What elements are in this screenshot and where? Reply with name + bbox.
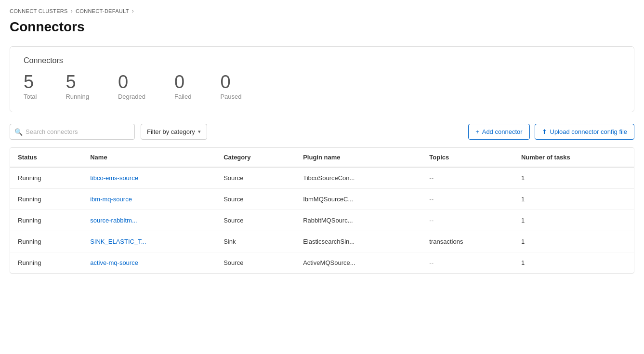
cell-plugin-0: TibcoSourceCon... — [295, 167, 421, 189]
connectors-table: Status Name Category Plugin name Topics … — [10, 148, 634, 273]
connector-link-3[interactable]: SINK_ELASTIC_T... — [90, 238, 146, 245]
stat-running-label: Running — [66, 93, 89, 100]
search-input[interactable] — [10, 124, 135, 140]
cell-tasks-1: 1 — [513, 189, 634, 210]
cell-topics-1: -- — [421, 189, 513, 210]
stat-failed-number: 0 — [174, 73, 184, 91]
stat-degraded-number: 0 — [118, 73, 128, 91]
toolbar-right: + Add connector ⬆ Upload connector confi… — [468, 124, 634, 140]
add-connector-label: Add connector — [482, 128, 523, 135]
page-title: Connectors — [10, 19, 634, 35]
breadcrumb: CONNECT CLUSTERS › CONNECT-DEFAULT › — [10, 8, 634, 14]
breadcrumb-sep-2: › — [132, 8, 134, 14]
cell-topics-4: -- — [421, 252, 513, 274]
breadcrumb-sep-1: › — [71, 8, 73, 14]
search-icon: 🔍 — [14, 128, 23, 136]
cell-status-3: Running — [10, 231, 82, 252]
stat-degraded: 0 Degraded — [118, 73, 145, 100]
table-row: Running source-rabbitm... Source RabbitM… — [10, 210, 634, 231]
stat-total-number: 5 — [24, 73, 34, 91]
cell-status-2: Running — [10, 210, 82, 231]
cell-plugin-1: IbmMQSourceC... — [295, 189, 421, 210]
cell-tasks-0: 1 — [513, 167, 634, 189]
search-wrapper: 🔍 — [10, 124, 135, 140]
stat-failed: 0 Failed — [174, 73, 191, 100]
connector-link-2[interactable]: source-rabbitm... — [90, 217, 137, 224]
cell-tasks-4: 1 — [513, 252, 634, 274]
connectors-table-container: Status Name Category Plugin name Topics … — [10, 147, 634, 274]
stat-degraded-label: Degraded — [118, 93, 145, 100]
cell-plugin-4: ActiveMQSource... — [295, 252, 421, 274]
col-category: Category — [216, 148, 295, 167]
stat-paused: 0 Paused — [220, 73, 241, 100]
stat-total: 5 Total — [24, 73, 37, 100]
stat-running-number: 5 — [66, 73, 76, 91]
connector-link-1[interactable]: ibm-mq-source — [90, 196, 132, 203]
upload-label: Upload connector config file — [550, 128, 627, 135]
add-connector-button[interactable]: + Add connector — [468, 124, 529, 140]
cell-category-3: Sink — [216, 231, 295, 252]
cell-category-1: Source — [216, 189, 295, 210]
cell-status-4: Running — [10, 252, 82, 274]
stat-total-label: Total — [24, 93, 37, 100]
cell-topics-3: transactions — [421, 231, 513, 252]
col-plugin-name: Plugin name — [295, 148, 421, 167]
cell-status-1: Running — [10, 189, 82, 210]
cell-topics-0: -- — [421, 167, 513, 189]
filter-label: Filter by category — [147, 128, 195, 135]
plus-icon: + — [475, 128, 479, 135]
cell-name-0: tibco-ems-source — [82, 167, 216, 189]
table-row: Running SINK_ELASTIC_T... Sink Elasticse… — [10, 231, 634, 252]
table-body: Running tibco-ems-source Source TibcoSou… — [10, 167, 634, 273]
filter-by-category-button[interactable]: Filter by category ▾ — [141, 124, 207, 140]
table-row: Running ibm-mq-source Source IbmMQSource… — [10, 189, 634, 210]
cell-tasks-3: 1 — [513, 231, 634, 252]
cell-name-2: source-rabbitm... — [82, 210, 216, 231]
toolbar: 🔍 Filter by category ▾ + Add connector ⬆… — [10, 124, 634, 140]
stat-paused-label: Paused — [220, 93, 241, 100]
upload-icon: ⬆ — [542, 128, 547, 135]
cell-plugin-3: ElasticsearchSin... — [295, 231, 421, 252]
stats-card: Connectors 5 Total 5 Running 0 Degraded … — [10, 46, 634, 112]
cell-name-3: SINK_ELASTIC_T... — [82, 231, 216, 252]
cell-category-0: Source — [216, 167, 295, 189]
page-container: CONNECT CLUSTERS › CONNECT-DEFAULT › Con… — [0, 0, 644, 281]
table-row: Running active-mq-source Source ActiveMQ… — [10, 252, 634, 274]
table-header-row: Status Name Category Plugin name Topics … — [10, 148, 634, 167]
stat-running: 5 Running — [66, 73, 89, 100]
cell-category-4: Source — [216, 252, 295, 274]
cell-plugin-2: RabbitMQSourc... — [295, 210, 421, 231]
table-header: Status Name Category Plugin name Topics … — [10, 148, 634, 167]
cell-name-1: ibm-mq-source — [82, 189, 216, 210]
breadcrumb-connect-default[interactable]: CONNECT-DEFAULT — [76, 8, 129, 14]
connector-link-0[interactable]: tibco-ems-source — [90, 174, 138, 182]
col-topics: Topics — [421, 148, 513, 167]
stats-card-title: Connectors — [24, 56, 620, 65]
cell-tasks-2: 1 — [513, 210, 634, 231]
table-row: Running tibco-ems-source Source TibcoSou… — [10, 167, 634, 189]
col-num-tasks: Number of tasks — [513, 148, 634, 167]
cell-status-0: Running — [10, 167, 82, 189]
connector-link-4[interactable]: active-mq-source — [90, 259, 138, 266]
upload-connector-button[interactable]: ⬆ Upload connector config file — [535, 124, 634, 140]
cell-name-4: active-mq-source — [82, 252, 216, 274]
col-status: Status — [10, 148, 82, 167]
cell-topics-2: -- — [421, 210, 513, 231]
chevron-down-icon: ▾ — [198, 129, 201, 135]
cell-category-2: Source — [216, 210, 295, 231]
stats-row: 5 Total 5 Running 0 Degraded 0 Failed 0 … — [24, 73, 620, 100]
stat-failed-label: Failed — [174, 93, 191, 100]
stat-paused-number: 0 — [220, 73, 230, 91]
col-name: Name — [82, 148, 216, 167]
breadcrumb-connect-clusters[interactable]: CONNECT CLUSTERS — [10, 8, 68, 14]
